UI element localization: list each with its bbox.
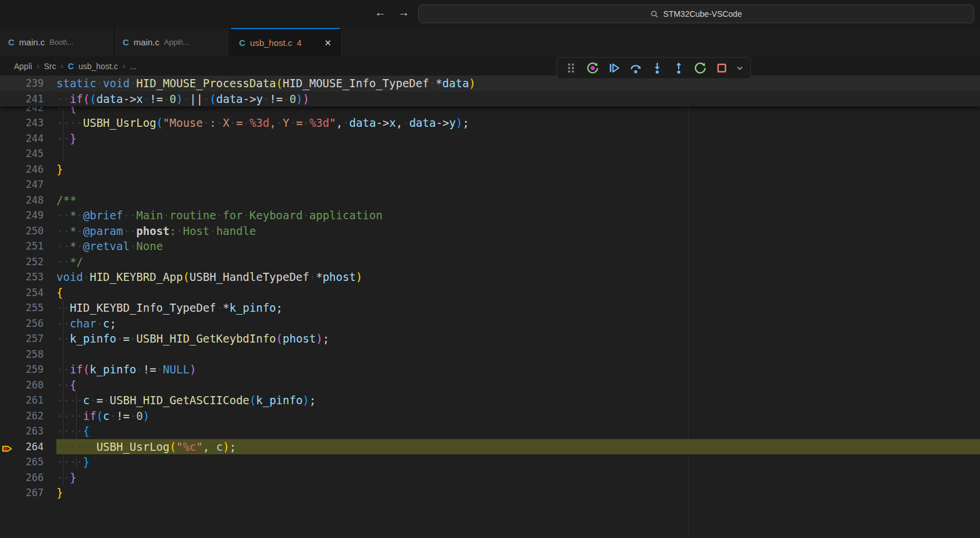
line-number[interactable]: 245 (0, 146, 44, 162)
line-number[interactable]: 250 (0, 223, 44, 239)
reset-button[interactable] (585, 60, 601, 76)
debug-toolbar (557, 57, 751, 79)
line-number[interactable]: 248 (0, 193, 44, 208)
line-number[interactable]: 255 (0, 300, 44, 316)
line-number[interactable]: 260 (0, 377, 44, 393)
drag-handle-icon[interactable] (563, 60, 579, 76)
code-line-253[interactable]: 253void·HID_KEYBRD_App(USBH_HandleTypeDe… (0, 269, 980, 285)
code-line-265[interactable]: 265····} (0, 454, 980, 470)
command-center-search[interactable]: STM32Cube-VSCode (418, 5, 974, 23)
step-into-button[interactable] (649, 60, 665, 76)
code-text: ··*·@param··phost:·Host·handle (56, 223, 980, 239)
code-line-248[interactable]: 248/** (0, 193, 980, 208)
code-text: ··*·@retval·None (56, 238, 980, 254)
line-number[interactable]: 239 (0, 76, 44, 91)
breadcrumb-item-appli[interactable]: Appli (14, 62, 32, 71)
code-line-266[interactable]: 266··} (0, 470, 980, 486)
code-line-254[interactable]: 254{ (0, 285, 980, 301)
line-number[interactable]: 246 (0, 162, 44, 177)
line-number[interactable]: 252 (0, 254, 44, 270)
code-text: ····if(c·!=·0) (56, 408, 980, 424)
chevron-right-icon: › (60, 62, 63, 70)
code-line-258[interactable]: 258 (0, 347, 980, 362)
debug-more-actions-chevron-icon[interactable] (735, 60, 744, 76)
line-number[interactable]: 264 (0, 439, 44, 455)
code-line-252[interactable]: 252··*/ (0, 254, 980, 270)
line-number[interactable]: 244 (0, 131, 44, 147)
code-line-262[interactable]: 262····if(c·!=·0) (0, 408, 980, 424)
tab-main-c-appli[interactable]: C main.c Appli\... (115, 28, 230, 56)
code-line-244[interactable]: 244··} (0, 131, 980, 147)
code-line-239[interactable]: 239static·void·HID_MOUSE_ProcessData(HID… (0, 76, 980, 91)
code-line-263[interactable]: 263····{ (0, 423, 980, 439)
code-line-251[interactable]: 251··*·@retval·None (0, 238, 980, 254)
line-number[interactable]: 266 (0, 470, 44, 486)
code-line-264[interactable]: 264······USBH_UsrLog("%c",·c); (0, 439, 980, 455)
code-text: { (56, 285, 980, 301)
c-file-icon: C (239, 38, 245, 48)
breadcrumb-item-symbol[interactable]: ... (130, 62, 137, 71)
line-number[interactable]: 267 (0, 485, 44, 501)
line-number[interactable]: 262 (0, 408, 44, 424)
line-number[interactable]: 243 (0, 115, 44, 131)
code-editor[interactable]: 242··{243····USBH_UsrLog("Mouse·:·X·=·%3… (0, 76, 980, 538)
code-line-261[interactable]: 261····c·=·USBH_HID_GetASCIICode(k_pinfo… (0, 393, 980, 408)
code-text: ····USBH_UsrLog("Mouse·:·X·=·%3d,·Y·=·%3… (56, 115, 980, 131)
line-number[interactable]: 263 (0, 423, 44, 439)
line-number[interactable]: 257 (0, 331, 44, 347)
code-line-241[interactable]: 241··if((data->x·!=·0)·||·(data->y·!=·0)… (0, 91, 980, 107)
code-text: static·void·HID_MOUSE_ProcessData(HID_MO… (56, 76, 980, 91)
code-line-257[interactable]: 257··k_pinfo·=·USBH_HID_GetKeybdInfo(pho… (0, 331, 980, 347)
code-line-245[interactable]: 245 (0, 146, 980, 162)
line-number[interactable]: 258 (0, 347, 44, 362)
stop-button[interactable] (714, 60, 730, 76)
code-line-249[interactable]: 249··*·@brief··Main·routine·for·Keyboard… (0, 208, 980, 223)
line-number[interactable]: 241 (0, 91, 44, 107)
line-number[interactable]: 247 (0, 177, 44, 193)
code-line-250[interactable]: 250··*·@param··phost:·Host·handle (0, 223, 980, 239)
editor-tabs: C main.c Boot\... C main.c Appli\... C u… (0, 28, 980, 56)
c-file-icon: C (8, 37, 15, 47)
code-line-246[interactable]: 246} (0, 162, 980, 177)
code-line-259[interactable]: 259··if(k_pinfo·!=·NULL) (0, 362, 980, 377)
code-line-247[interactable]: 247 (0, 177, 980, 193)
code-text: /** (56, 193, 980, 208)
code-text: ··{ (56, 377, 980, 393)
line-number[interactable]: 251 (0, 238, 44, 254)
code-text: ··*/ (56, 254, 980, 270)
line-number[interactable]: 259 (0, 362, 44, 377)
continue-button[interactable] (606, 60, 622, 76)
code-line-243[interactable]: 243····USBH_UsrLog("Mouse·:·X·=·%3d,·Y·=… (0, 115, 980, 131)
code-text: ····} (56, 454, 980, 470)
navigate-back-button[interactable]: ← (373, 6, 387, 19)
tab-label: usb_host.c (250, 38, 293, 48)
code-line-260[interactable]: 260··{ (0, 377, 980, 393)
code-line-255[interactable]: 255··HID_KEYBD_Info_TypeDef·*k_pinfo; (0, 300, 980, 316)
line-number[interactable]: 249 (0, 208, 44, 223)
breadcrumb-item-src[interactable]: Src (44, 62, 56, 71)
step-over-button[interactable] (628, 60, 644, 76)
tab-main-c-boot[interactable]: C main.c Boot\... (0, 28, 115, 56)
code-text: ··char·c; (56, 316, 980, 332)
tab-description: Boot\... (49, 38, 73, 47)
code-line-256[interactable]: 256··char·c; (0, 316, 980, 332)
tab-usb-host-c[interactable]: C usb_host.c 4 ✕ (231, 28, 340, 56)
chevron-right-icon: › (123, 62, 125, 70)
code-text: ··} (56, 470, 980, 486)
line-number[interactable]: 253 (0, 269, 44, 285)
line-number[interactable]: 265 (0, 454, 44, 470)
code-text: } (56, 162, 980, 177)
line-number[interactable]: 256 (0, 316, 44, 332)
code-text: void·HID_KEYBRD_App(USBH_HandleTypeDef·*… (56, 269, 980, 285)
code-line-267[interactable]: 267} (0, 485, 980, 501)
search-value: STM32Cube-VSCode (663, 9, 742, 19)
code-content: 242··{243····USBH_UsrLog("Mouse·:·X·=·%3… (0, 100, 980, 501)
breadcrumb-item-file[interactable]: usb_host.c (79, 62, 118, 71)
line-number[interactable]: 261 (0, 393, 44, 408)
code-text: ··k_pinfo·=·USBH_HID_GetKeybdInfo(phost)… (56, 331, 980, 347)
navigate-forward-button[interactable]: → (397, 6, 411, 19)
step-out-button[interactable] (671, 60, 687, 76)
close-tab-icon[interactable]: ✕ (324, 38, 332, 48)
line-number[interactable]: 254 (0, 285, 44, 301)
restart-button[interactable] (692, 60, 708, 76)
